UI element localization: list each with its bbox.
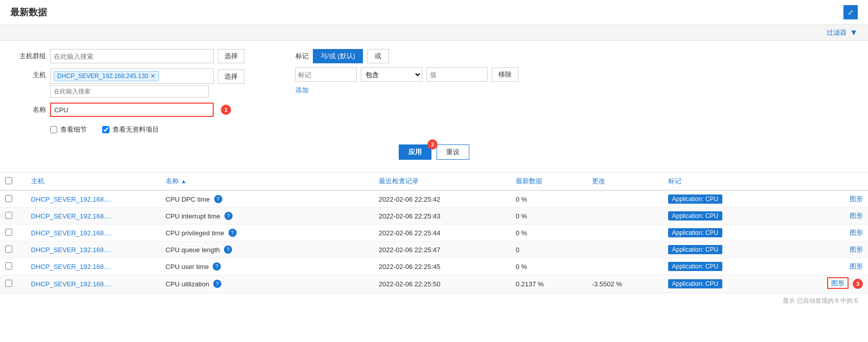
row-checkbox-1[interactable] xyxy=(5,212,12,219)
row-tag-1: Application: CPU xyxy=(663,208,800,225)
host-tag-close[interactable]: ✕ xyxy=(150,72,155,80)
row-last-check-4: 2022-02-06 22:25:45 xyxy=(374,258,511,275)
row-last-check-3: 2022-02-06 22:25:47 xyxy=(374,241,511,258)
view-detail-checkbox[interactable] xyxy=(50,126,57,133)
name-badge: 1 xyxy=(221,105,231,115)
row-name-1: CPU interrupt time ? xyxy=(161,208,374,225)
view-detail-label: 查看细节 xyxy=(60,125,87,134)
row-action-4[interactable]: 图形 xyxy=(800,258,869,275)
row-tag-0: Application: CPU xyxy=(663,190,800,208)
row-latest-data-4: 0 % xyxy=(511,258,587,275)
row-tag-3: Application: CPU xyxy=(663,241,800,258)
reset-button[interactable]: 重设 xyxy=(437,144,469,160)
tag-value-input[interactable] xyxy=(426,67,488,82)
graph-badge: 3 xyxy=(853,279,863,289)
host-group-select-button[interactable]: 选择 xyxy=(218,49,244,63)
tag-name-input[interactable] xyxy=(295,67,357,82)
host-group-input[interactable] xyxy=(50,49,214,63)
help-icon[interactable]: ? xyxy=(214,195,222,203)
col-name-header[interactable]: 名称 ▲ xyxy=(166,177,369,186)
row-checkbox-3[interactable] xyxy=(5,246,12,253)
row-host-2: DHCP_SEVER_192.168.... xyxy=(26,225,161,241)
row-host-1: DHCP_SEVER_192.168.... xyxy=(26,208,161,225)
expand-button[interactable]: ⤢ xyxy=(843,5,858,19)
name-label: 名称 xyxy=(15,105,46,114)
row-checkbox-0[interactable] xyxy=(5,195,12,202)
filter-icon: ▼ xyxy=(850,28,858,37)
graph-link-0[interactable]: 图形 xyxy=(850,195,863,203)
row-last-check-2: 2022-02-06 22:25:44 xyxy=(374,225,511,241)
row-latest-data-3: 0 xyxy=(511,241,587,258)
table-row: DHCP_SEVER_192.168.... CPU privileged ti… xyxy=(0,225,868,241)
footer-note: 显示 已自动发现的 6 中的 6 xyxy=(783,297,858,304)
row-name-0: CPU DPC time ? xyxy=(161,190,374,208)
col-last-check-header: 最近检查记录 xyxy=(374,173,511,190)
host-select-button[interactable]: 选择 xyxy=(218,69,244,84)
row-action-2[interactable]: 图形 xyxy=(800,225,869,241)
table-row: DHCP_SEVER_192.168.... CPU utilization ?… xyxy=(0,275,868,293)
row-action-5[interactable]: 图形 3 xyxy=(800,275,869,293)
apply-button[interactable]: 应用 xyxy=(399,144,431,160)
row-latest-data-0: 0 % xyxy=(511,190,587,208)
apply-badge: 2 xyxy=(427,139,438,150)
filter-label[interactable]: 过滤器 xyxy=(827,28,847,37)
row-change-3 xyxy=(587,241,663,258)
tag-condition-dropdown[interactable]: 包含 等于 不等于 不包含 xyxy=(361,67,422,82)
row-host-0: DHCP_SEVER_192.168.... xyxy=(26,190,161,208)
row-last-check-0: 2022-02-06 22:25:42 xyxy=(374,190,511,208)
host-label: 主机 xyxy=(15,68,46,80)
col-host-header[interactable]: 主机 xyxy=(31,177,155,186)
select-all-checkbox[interactable] xyxy=(5,177,12,184)
graph-link-2[interactable]: 图形 xyxy=(850,229,863,236)
tags-add-link[interactable]: 添加 xyxy=(295,86,309,94)
row-action-3[interactable]: 图形 xyxy=(800,241,869,258)
help-icon[interactable]: ? xyxy=(213,262,221,271)
row-name-4: CPU user time ? xyxy=(161,258,374,275)
sort-arrow-up: ▲ xyxy=(181,178,187,184)
row-host-3: DHCP_SEVER_192.168.... xyxy=(26,241,161,258)
page-title: 最新数据 xyxy=(10,6,47,18)
tags-or-button[interactable]: 或 xyxy=(367,49,389,63)
host-sub-input[interactable] xyxy=(50,85,209,97)
help-icon[interactable]: ? xyxy=(224,246,232,254)
help-icon[interactable]: ? xyxy=(213,280,221,288)
help-icon[interactable]: ? xyxy=(224,212,233,220)
row-host-5: DHCP_SEVER_192.168.... xyxy=(26,275,161,293)
row-name-3: CPU queue length ? xyxy=(161,241,374,258)
host-group-label: 主机群组 xyxy=(15,52,46,61)
row-host-4: DHCP_SEVER_192.168.... xyxy=(26,258,161,275)
tag-remove-button[interactable]: 移除 xyxy=(492,67,518,82)
row-change-0 xyxy=(587,190,663,208)
row-name-2: CPU privileged time ? xyxy=(161,225,374,241)
data-table: 主机 名称 ▲ 最近检查记录 最新数据 xyxy=(0,173,868,293)
row-last-check-5: 2022-02-06 22:25:50 xyxy=(374,275,511,293)
row-name-5: CPU utilization ? xyxy=(161,275,374,293)
row-change-1 xyxy=(587,208,663,225)
graph-link-1[interactable]: 图形 xyxy=(850,212,863,219)
row-checkbox-2[interactable] xyxy=(5,229,12,236)
graph-link-4[interactable]: 图形 xyxy=(850,262,863,270)
view-no-data-checkbox[interactable] xyxy=(102,126,109,133)
row-latest-data-2: 0 % xyxy=(511,225,587,241)
table-row: DHCP_SEVER_192.168.... CPU interrupt tim… xyxy=(0,208,868,225)
name-input[interactable] xyxy=(50,103,214,117)
table-row: DHCP_SEVER_192.168.... CPU DPC time ? 20… xyxy=(0,190,868,208)
row-tag-2: Application: CPU xyxy=(663,225,800,241)
col-change-header: 更改 xyxy=(587,173,663,190)
row-checkbox-5[interactable] xyxy=(5,280,12,287)
col-latest-header: 最新数据 xyxy=(511,173,587,190)
view-no-data-label: 查看无资料项目 xyxy=(112,125,159,134)
tags-label: 标记 xyxy=(295,52,309,61)
row-checkbox-4[interactable] xyxy=(5,262,12,270)
help-icon[interactable]: ? xyxy=(229,229,237,237)
row-last-check-1: 2022-02-06 22:25:43 xyxy=(374,208,511,225)
col-action-header xyxy=(800,173,869,190)
tags-and-or-button[interactable]: 与/或 (默认) xyxy=(313,49,363,63)
row-action-1[interactable]: 图形 xyxy=(800,208,869,225)
row-change-5: -3.5502 % xyxy=(587,275,663,293)
graph-link-3[interactable]: 图形 xyxy=(850,246,863,253)
row-action-0[interactable]: 图形 xyxy=(800,190,869,208)
graph-link-5[interactable]: 图形 xyxy=(827,277,849,289)
row-latest-data-5: 0.2137 % xyxy=(511,275,587,293)
host-tag: DHCP_SEVER_192.168.245.130 ✕ xyxy=(54,71,159,81)
